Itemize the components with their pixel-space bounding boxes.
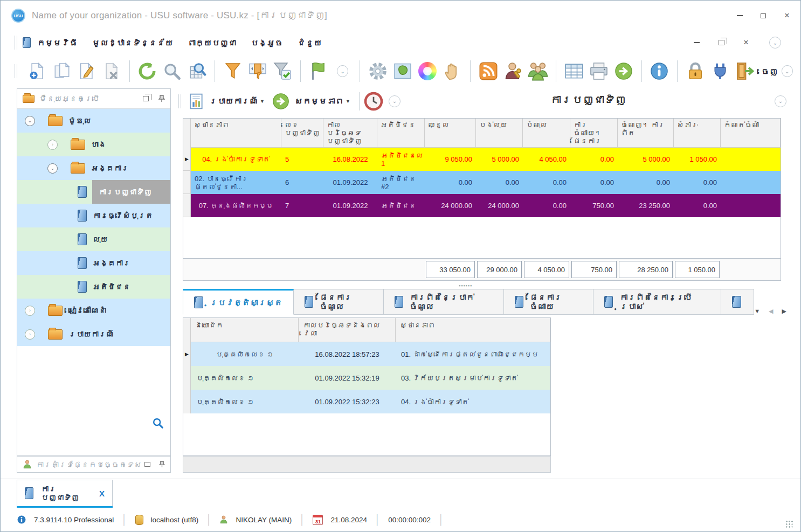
news-feed-icon[interactable] [478,60,499,82]
tree-item-invoicing[interactable]: ការធ្វើសំបុត្រ [17,204,170,227]
minimize-button[interactable] [734,11,745,20]
history-row-3[interactable]: បុគ្គលិកលេខ ១ 01.09.2022 15:32:23 04. រង… [183,390,550,413]
scrollbar-thumb[interactable]: ▪▪▪▪▪▪ [459,283,472,288]
content-toolbar-overflow-right[interactable]: ⌄ [775,95,786,107]
info-icon[interactable] [649,60,670,82]
panel-window-icon[interactable] [144,462,150,467]
tab-expense-plan[interactable]: ផែនការចំណាយ [504,289,594,315]
menu-help[interactable]: ជំនួយ [298,38,322,47]
print-icon[interactable] [589,60,610,82]
column-header[interactable]: ស្ថានភាព [396,318,550,342]
tree-item-organization[interactable]: អង្គការ [17,251,170,275]
column-header[interactable]: កាលបរិច្ឆេទបញ្ជាទិញ [323,119,377,148]
filter-icon[interactable] [222,60,243,82]
order-row-2[interactable]: 02. បានធ្វើការផ្តល់ជូនតា... 6 01.09.2022… [183,171,781,194]
order-row-1[interactable]: ▶ 04. រង់ចាំការទូទាត់ 5 16.08.2022 អតិថិ… [183,148,781,171]
refresh-icon[interactable] [137,60,158,82]
new-document-icon[interactable] [26,60,47,82]
toolbar-overflow-button-right[interactable]: ⌄ [782,65,793,77]
clock-icon[interactable] [363,91,384,112]
tree-item-money[interactable]: លុយ [17,227,170,251]
column-header[interactable]: ឈ្នួល [425,119,476,148]
tree-item-customers[interactable]: អតិថិជន [17,275,170,299]
plugin-icon[interactable] [709,60,730,82]
maximize-button[interactable] [757,11,769,20]
menu-window[interactable]: បង្អួច [251,38,283,47]
mdi-minimize-button[interactable] [690,38,702,47]
exit-door-icon[interactable] [734,60,755,82]
toolbar-grip[interactable] [15,64,17,78]
toolbar-overflow-button[interactable]: ⌄ [337,65,349,77]
column-header[interactable]: អតិថិជន [377,119,425,148]
flag-icon[interactable] [308,60,329,82]
tab-usage-actual[interactable]: ការពិតនៃការប្រើប្រាស់ [593,289,721,315]
exit-label[interactable]: ចេញ [762,67,778,76]
menu-commands[interactable]: ពាក្យបញ្ជា [188,38,236,47]
order-row-3[interactable]: 07. ក្នុងផលិតកម្ម 7 01.09.2022 អតិថិជន 2… [183,194,781,217]
toolbar-grip[interactable] [15,36,17,50]
tree-item-directories[interactable]: › សៀវភៅណែនាំ [17,299,170,322]
tree-item-reports[interactable]: › របាយការណ៍ [17,322,170,346]
tab-scroll-left[interactable]: ◀ [769,308,773,315]
column-header[interactable]: ការចំណាយ។ ផែនការ [570,119,618,148]
map-icon[interactable] [392,60,413,82]
column-header[interactable]: កំណត់ចំណាំ [721,119,781,148]
column-header[interactable]: និយោជិក [191,318,299,342]
tab-income-actual[interactable]: ការពិតនៃប្រាក់ចំណូល [384,289,504,315]
expand-icon[interactable]: › [25,306,35,316]
filter-apply-icon[interactable] [272,60,293,82]
drag-hand-icon[interactable] [442,60,463,82]
tree-item-orders[interactable]: ការបញ្ជាទិញ [17,180,170,204]
column-header[interactable]: ស្ថានភាព [191,119,281,148]
menu-program[interactable]: កម្មវិធី [37,38,78,47]
tree-item-organization-folder[interactable]: ⌄ អង្គការ [17,156,170,180]
menu-database[interactable]: មូលដ្ឋានទិន្នន័យ [92,38,173,47]
collapse-icon[interactable]: ⌄ [25,116,35,126]
settings-gear-icon[interactable] [367,60,388,82]
close-button[interactable]: × [781,11,793,20]
tab-scroll-right[interactable]: ▶ [782,308,786,315]
copy-document-icon[interactable] [51,60,72,82]
history-row-1[interactable]: ▶ បុគ្គលិកលេខ ១ 16.08.2022 18:57:23 01. … [183,342,550,366]
export-forward-icon[interactable] [613,60,634,82]
toolbar-grip[interactable] [178,94,181,108]
table-grid-icon[interactable] [563,60,584,82]
mdi-close-button[interactable]: × [740,38,752,47]
column-header[interactable]: កាលបរិច្ឆេទនិងពេលវេលា [299,318,396,342]
filter-columns-icon[interactable] [247,60,268,82]
lock-icon[interactable] [685,60,706,82]
reports-dropdown[interactable]: របាយការណ៍ [209,96,258,106]
tab-partial[interactable] [721,289,754,315]
support-panel[interactable]: ការគាំទ្រផ្នែកបច្ចេកទេស [17,456,171,473]
tab-list-dropdown[interactable]: ▼ [754,308,760,314]
search-icon[interactable] [162,60,183,82]
tab-income-plan[interactable]: ផែនការចំណូល [294,289,384,315]
advanced-search-icon[interactable] [187,60,208,82]
panel-restore-icon[interactable] [143,96,149,101]
user-access-icon[interactable] [502,60,523,82]
column-header[interactable]: លេខបញ្ជាទិញ [281,119,323,148]
expand-icon[interactable]: › [25,329,35,340]
menubar-overflow-button[interactable]: ⌄ [769,37,781,49]
tree-item-modules[interactable]: ⌄ ម៉ូឌុល [17,109,170,133]
collapse-icon[interactable]: ⌄ [47,163,58,174]
employees-icon[interactable] [527,60,549,82]
column-header[interactable]: បំណុល [523,119,570,148]
mdi-restore-button[interactable] [715,38,727,47]
resize-grip[interactable] [785,520,793,528]
report-icon[interactable] [187,91,206,112]
edit-document-icon[interactable] [76,60,97,82]
actions-dropdown[interactable]: សកម្មភាព [295,96,343,106]
color-wheel-icon[interactable] [417,60,438,82]
pin-icon[interactable] [159,461,165,468]
column-header[interactable]: សំភារៈ [674,119,721,148]
content-toolbar-overflow-button[interactable]: ⌄ [389,95,400,107]
document-tab-close-icon[interactable]: X [99,489,105,498]
document-tab-orders[interactable]: ការបញ្ជាទិញ X [17,480,113,506]
actions-forward-icon[interactable] [270,91,292,112]
tree-search-icon[interactable] [152,417,164,431]
expand-icon[interactable]: › [47,140,58,150]
column-header[interactable]: បង់លុយ [476,119,523,148]
pin-icon[interactable] [158,95,165,102]
history-row-2[interactable]: បុគ្គលិកលេខ ១ 01.09.2022 15:32:19 03. វិ… [183,366,550,390]
